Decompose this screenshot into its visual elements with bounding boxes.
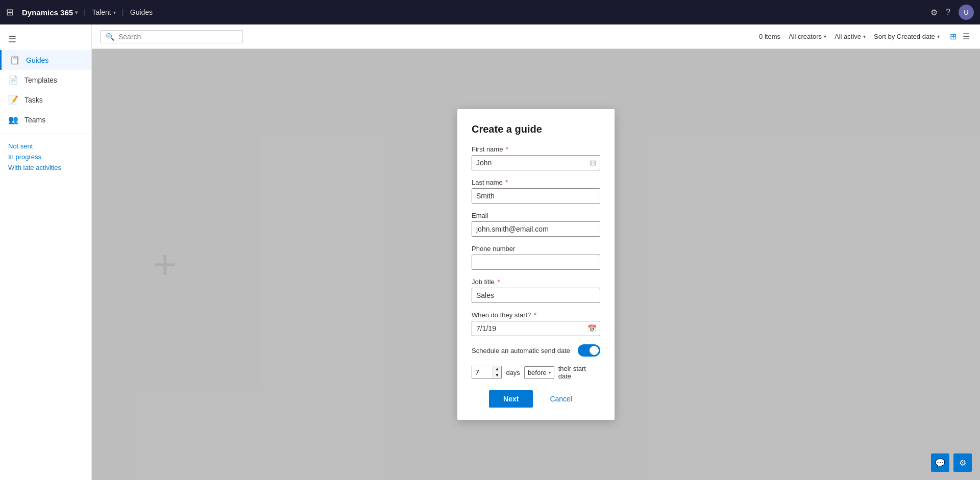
tasks-label: Tasks — [24, 96, 43, 104]
main-background: + Create a guide First name * ⊡ — [92, 49, 980, 480]
cancel-button[interactable]: Cancel — [539, 390, 583, 408]
app-name: Guides — [130, 8, 153, 16]
all-active-label: All active — [835, 33, 861, 40]
toolbar: 🔍 0 items All creators ▾ All active ▾ So… — [92, 24, 980, 49]
modal-actions: Next Cancel — [472, 390, 600, 408]
modal-title: Create a guide — [472, 123, 600, 135]
sort-by-chevron: ▾ — [937, 34, 940, 39]
user-avatar[interactable]: U — [959, 5, 974, 20]
module-chevron: ▾ — [113, 10, 116, 15]
sort-by-label: Sort by Created date — [874, 33, 935, 40]
search-icon: 🔍 — [106, 33, 114, 41]
filter-late-activities[interactable]: With late activities — [8, 164, 83, 171]
calendar-icon[interactable]: 📅 — [587, 324, 596, 333]
nav-separator: | — [84, 8, 86, 17]
schedule-row: Schedule an automatic send date — [472, 344, 600, 357]
first-name-group: First name * ⊡ — [472, 145, 600, 170]
days-row: ▲ ▼ days before ▾ their start date — [472, 365, 600, 380]
start-date-input[interactable] — [472, 321, 600, 336]
days-input[interactable] — [472, 366, 493, 378]
email-group: Email — [472, 212, 600, 237]
sidebar-item-templates[interactable]: 📄 Templates — [0, 70, 91, 90]
first-name-label: First name * — [472, 145, 600, 153]
all-active-chevron: ▾ — [863, 34, 866, 39]
grid-view-icon[interactable]: ⊞ — [948, 31, 959, 42]
nav-right-section: ⚙ ? U — [930, 5, 974, 20]
all-creators-chevron: ▾ — [824, 34, 826, 39]
search-box[interactable]: 🔍 — [100, 30, 243, 43]
before-chevron: ▾ — [549, 370, 551, 375]
job-title-label: Job title * — [472, 278, 600, 286]
schedule-label: Schedule an automatic send date — [472, 347, 574, 355]
filter-in-progress[interactable]: In progress — [8, 153, 83, 161]
days-label: days — [506, 369, 520, 376]
main-layout: ☰ 📋 Guides 📄 Templates 📝 Tasks 👥 Teams N… — [0, 24, 980, 480]
before-select[interactable]: before ▾ — [524, 366, 554, 379]
days-decrement-button[interactable]: ▼ — [493, 372, 501, 378]
phone-label: Phone number — [472, 245, 600, 252]
last-name-label: Last name * — [472, 179, 600, 186]
guides-icon: 📋 — [10, 55, 20, 65]
schedule-toggle[interactable] — [578, 344, 600, 357]
sort-by-dropdown[interactable]: Sort by Created date ▾ — [874, 33, 940, 40]
start-label: their start date — [558, 365, 600, 380]
days-input-group: ▲ ▼ — [472, 366, 502, 379]
brand-name[interactable]: Dynamics 365 ▾ — [22, 8, 78, 17]
sidebar-item-guides[interactable]: 📋 Guides — [0, 50, 91, 70]
first-name-clear-icon[interactable]: ⊡ — [590, 159, 596, 167]
job-title-required: * — [497, 278, 500, 286]
start-date-group: When do they start? * 📅 — [472, 311, 600, 336]
modal-overlay: Create a guide First name * ⊡ — [92, 49, 980, 480]
settings-icon-button[interactable]: ⚙ — [953, 453, 972, 472]
first-name-required: * — [506, 145, 508, 153]
module-text: Talent — [92, 8, 111, 16]
sidebar: ☰ 📋 Guides 📄 Templates 📝 Tasks 👥 Teams N… — [0, 24, 92, 480]
list-view-icon[interactable]: ☰ — [961, 31, 972, 42]
start-date-input-wrapper: 📅 — [472, 321, 600, 336]
guides-label: Guides — [26, 56, 48, 64]
last-name-required: * — [505, 179, 508, 186]
teams-icon: 👥 — [8, 115, 18, 124]
items-count: 0 items — [759, 33, 780, 40]
view-icons: ⊞ ☰ — [948, 31, 972, 42]
waffle-icon[interactable]: ⊞ — [6, 7, 14, 18]
hamburger-button[interactable]: ☰ — [0, 29, 91, 50]
sidebar-item-teams[interactable]: 👥 Teams — [0, 110, 91, 130]
all-creators-label: All creators — [789, 33, 822, 40]
first-name-input-wrapper: ⊡ — [472, 155, 600, 170]
settings-icon[interactable]: ⚙ — [930, 8, 938, 17]
days-increment-button[interactable]: ▲ — [493, 366, 501, 372]
all-creators-dropdown[interactable]: All creators ▾ — [789, 33, 826, 40]
help-icon[interactable]: ? — [946, 8, 950, 17]
all-active-dropdown[interactable]: All active ▾ — [835, 33, 866, 40]
brand-text: Dynamics 365 — [22, 8, 73, 17]
toolbar-right: 0 items All creators ▾ All active ▾ Sort… — [759, 31, 972, 42]
filter-not-sent[interactable]: Not sent — [8, 142, 83, 150]
create-guide-modal: Create a guide First name * ⊡ — [457, 109, 615, 420]
toggle-slider — [578, 344, 600, 357]
next-button[interactable]: Next — [489, 390, 533, 408]
chat-icon-button[interactable]: 💬 — [931, 453, 949, 472]
brand-chevron: ▾ — [75, 10, 78, 15]
templates-label: Templates — [24, 76, 57, 84]
search-input[interactable] — [118, 33, 231, 41]
first-name-input[interactable] — [472, 155, 600, 170]
job-title-group: Job title * — [472, 278, 600, 303]
email-input[interactable] — [472, 221, 600, 237]
email-label: Email — [472, 212, 600, 219]
last-name-group: Last name * — [472, 179, 600, 204]
sidebar-item-tasks[interactable]: 📝 Tasks — [0, 90, 91, 110]
days-spinner: ▲ ▼ — [493, 366, 501, 378]
job-title-input[interactable] — [472, 288, 600, 303]
templates-icon: 📄 — [8, 75, 18, 85]
sidebar-filters: Not sent In progress With late activitie… — [0, 138, 91, 175]
module-name[interactable]: Talent ▾ — [92, 8, 115, 16]
start-date-required: * — [534, 311, 536, 319]
phone-input[interactable] — [472, 255, 600, 270]
last-name-input[interactable] — [472, 188, 600, 204]
before-value: before — [528, 369, 547, 376]
teams-label: Teams — [24, 116, 45, 124]
bottom-right-icons: 💬 ⚙ — [931, 453, 972, 472]
content-area: 🔍 0 items All creators ▾ All active ▾ So… — [92, 24, 980, 480]
top-navigation: ⊞ Dynamics 365 ▾ | Talent ▾ | Guides ⚙ ?… — [0, 0, 980, 24]
